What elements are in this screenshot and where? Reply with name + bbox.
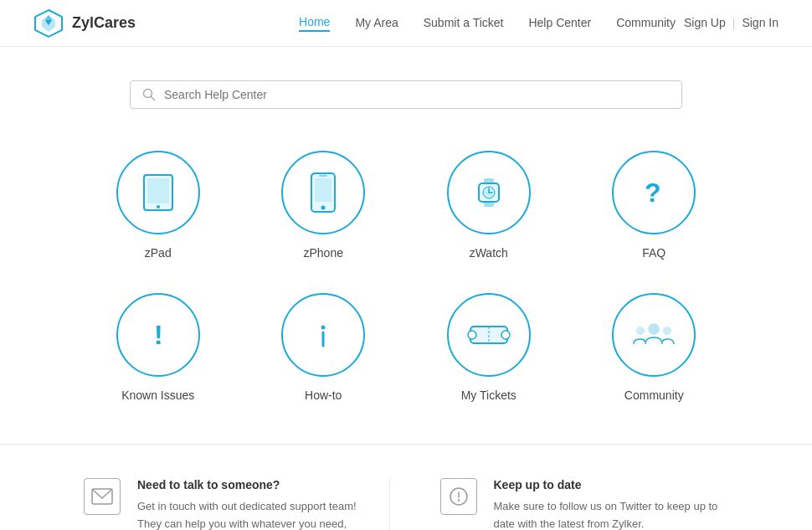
zpad-circle [116,151,200,234]
svg-text:!: ! [154,320,163,350]
logo-area: ZylCares [33,8,136,39]
logo-text: ZylCares [72,14,136,32]
auth-area: Sign Up | Sign In [684,16,779,31]
how-to-circle [281,293,365,377]
svg-point-23 [649,324,659,334]
phone-icon [305,170,342,215]
contact-body: Get in touch with out dedicated support … [137,498,373,530]
header: ZylCares Home My Area Submit a Ticket He… [0,0,812,47]
updates-title: Keep up to date [494,478,729,491]
my-tickets-label: My Tickets [461,388,516,402]
svg-line-2 [152,97,155,100]
contact-content: Need to talk to someone? Get in touch wi… [137,478,373,530]
main-nav: Home My Area Submit a Ticket Help Center… [299,15,676,32]
svg-point-24 [637,327,645,335]
svg-rect-9 [319,175,327,177]
community-label: Community [624,388,684,402]
zpad-label: zPad [145,246,172,260]
zwatch-circle [447,151,531,234]
nav-community[interactable]: Community [616,16,676,31]
alert-icon-wrap [440,478,477,515]
svg-rect-4 [147,178,169,203]
my-tickets-circle [447,293,531,377]
svg-point-21 [468,331,476,339]
search-icon [142,88,156,101]
category-community[interactable]: Community [580,293,729,402]
search-bar [130,80,682,109]
ticket-icon [464,314,514,356]
nav-home[interactable]: Home [299,15,330,32]
search-section [0,47,812,134]
known-issues-circle: ! [116,293,200,377]
category-how-to[interactable]: How-to [249,293,398,402]
nav-submit-ticket[interactable]: Submit a Ticket [424,16,504,31]
svg-point-18 [321,326,326,330]
exclamation-icon: ! [137,314,179,356]
svg-point-8 [321,206,326,210]
contact-block: Need to talk to someone? Get in touch wi… [84,478,373,530]
sign-up-link[interactable]: Sign Up [684,16,726,31]
sign-in-link[interactable]: Sign In [742,16,779,31]
updates-content: Keep up to date Make sure to follow us o… [494,478,729,530]
svg-point-22 [501,331,510,339]
email-icon [91,488,113,505]
category-my-tickets[interactable]: My Tickets [414,293,563,402]
category-zphone[interactable]: zPhone [249,151,398,260]
svg-rect-7 [315,178,331,202]
zphone-circle [281,151,365,234]
watch-icon [470,170,507,215]
category-known-issues[interactable]: ! Known Issues [84,293,233,402]
svg-text:?: ? [645,178,661,208]
community-icon [629,312,679,358]
email-icon-wrap [84,478,121,515]
tablet-icon [136,170,181,215]
info-icon [302,314,344,356]
community-circle [612,293,696,377]
category-zwatch[interactable]: zWatch [414,151,563,260]
info-section: Need to talk to someone? Get in touch wi… [0,444,812,530]
logo-icon [33,8,64,39]
zphone-label: zPhone [304,246,343,260]
faq-label: FAQ [642,246,666,260]
alert-icon [449,486,469,507]
svg-point-25 [664,327,671,335]
faq-circle: ? [612,151,696,234]
zwatch-label: zWatch [470,246,508,260]
nav-my-area[interactable]: My Area [355,16,398,31]
category-faq[interactable]: ? FAQ [580,151,729,260]
svg-point-5 [157,205,160,208]
updates-body: Make sure to follow us on Twitter to kee… [494,498,729,530]
how-to-label: How-to [305,388,342,402]
contact-title: Need to talk to someone? [137,478,373,491]
auth-divider: | [732,17,736,30]
svg-point-29 [457,499,459,501]
category-grid: zPad zPhone zWatch [0,134,812,444]
question-icon: ? [633,172,675,214]
known-issues-label: Known Issues [121,388,194,402]
search-input[interactable] [164,88,670,101]
category-zpad[interactable]: zPad [84,151,233,260]
nav-help-center[interactable]: Help Center [528,16,591,31]
updates-block: Keep up to date Make sure to follow us o… [389,478,729,530]
